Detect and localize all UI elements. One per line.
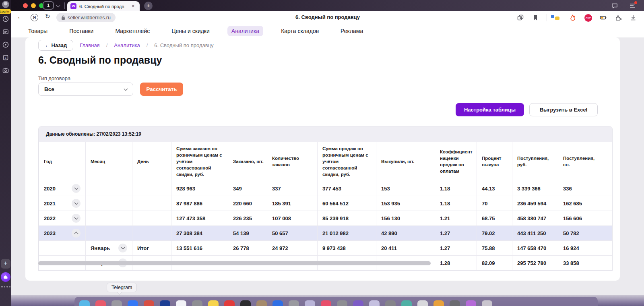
breadcrumb-current: 6. Сводный по продавцу	[154, 42, 213, 48]
downloads-icon[interactable]	[630, 14, 637, 21]
table-cell: 42 890	[376, 226, 435, 241]
chevron-down-icon[interactable]	[56, 4, 60, 8]
alice-assistant-button[interactable]	[1, 272, 10, 282]
browser-menu-icon[interactable]	[629, 2, 636, 9]
dock-app-icon[interactable]	[111, 300, 122, 306]
flame-extension-icon[interactable]	[570, 14, 577, 21]
chevron-up-icon	[74, 232, 78, 236]
breadcrumb-link-analytics[interactable]: Аналитика	[114, 42, 140, 48]
browser-tab[interactable]: W 6. Сводный по прода ✕	[67, 1, 140, 11]
adblock-extension-icon[interactable]: ABP	[584, 14, 592, 22]
table-cell	[86, 196, 132, 211]
dock-app-icon[interactable]	[289, 300, 299, 306]
tab-counter[interactable]: 1	[43, 1, 54, 10]
dock-app-icon[interactable]	[482, 300, 492, 306]
bookmark-icon[interactable]	[532, 14, 539, 21]
translator-extension-icon[interactable]	[555, 14, 562, 21]
extensions-icon[interactable]	[615, 14, 622, 21]
table-settings-button[interactable]: Настройка таблицы	[456, 103, 524, 116]
breadcrumb-link-home[interactable]: Главная	[80, 42, 99, 48]
column-header: Выкупили, шт.	[376, 142, 435, 181]
dock-app-icon[interactable]	[192, 300, 202, 306]
dock-app-icon[interactable]	[385, 300, 396, 306]
dock-app-icon[interactable]	[401, 300, 412, 306]
calculate-button[interactable]: Рассчитать	[140, 83, 183, 96]
dock-app-icon[interactable]	[256, 300, 267, 306]
nav-item[interactable]: Карта складов	[277, 26, 323, 36]
year-toggle-button[interactable]	[72, 214, 80, 223]
dock-app-icon[interactable]	[128, 300, 138, 306]
dock-app-icon[interactable]	[450, 300, 460, 306]
sidebar-dots	[1, 286, 11, 287]
sidebar-add-button[interactable]: +	[1, 259, 10, 269]
scrollbar-thumb[interactable]	[38, 261, 431, 265]
table-cell: 21 012 982	[318, 226, 376, 241]
browser-side-panel: Log in 1 +	[0, 0, 11, 306]
month-toggle-button[interactable]	[118, 244, 127, 252]
table-cell: 1.27	[435, 226, 477, 241]
table-cell: 27 308 384	[171, 226, 228, 241]
dock-app-icon[interactable]	[466, 300, 476, 306]
table-cell: 156 130	[376, 211, 435, 226]
profile-avatar[interactable]	[2, 1, 9, 8]
dock-app-icon[interactable]	[369, 300, 380, 306]
nav-item[interactable]: Маркетплейс	[111, 26, 154, 36]
spacer-header	[598, 142, 613, 181]
year-toggle-button[interactable]	[72, 184, 80, 193]
tab-close-icon[interactable]: ✕	[131, 4, 135, 9]
login-badge[interactable]: Log in	[0, 9, 11, 14]
dock-app-icon[interactable]	[160, 300, 170, 306]
dock-app-icon[interactable]	[240, 300, 251, 306]
year-toggle-button[interactable]	[72, 199, 80, 208]
table-cell: 13 551 616	[171, 241, 228, 256]
nav-item[interactable]: Цены и скидки	[167, 26, 214, 36]
page-background: ← Назад Главная / Аналитика / 6. Сводный…	[11, 37, 644, 306]
dock-app-icon[interactable]	[321, 300, 331, 306]
table-cell	[132, 226, 171, 241]
wildberries-favicon: W	[70, 3, 76, 9]
macos-dock[interactable]	[74, 297, 598, 306]
year-toggle-button[interactable]	[72, 229, 80, 238]
back-nav-button[interactable]: ← Назад	[38, 40, 73, 51]
dock-app-icon[interactable]	[208, 300, 219, 306]
nav-item[interactable]: Поставки	[65, 26, 97, 36]
tabs-panel-icon[interactable]: 1	[2, 54, 9, 61]
share-tab-icon[interactable]	[517, 14, 524, 21]
horizontal-scrollbar[interactable]	[38, 261, 613, 265]
table-cell: 1.21	[435, 211, 477, 226]
nav-item[interactable]: Реклама	[336, 26, 367, 36]
window-controls[interactable]	[23, 3, 44, 8]
dock-app-icon[interactable]	[272, 300, 283, 306]
dock-app-icon[interactable]	[305, 300, 315, 306]
export-excel-button[interactable]: Выгрузить в Excel	[529, 103, 598, 116]
dock-app-icon[interactable]	[433, 300, 444, 306]
table-cell: 458 380 747	[512, 211, 558, 226]
page-title: 6. Сводный по продавцу	[38, 54, 162, 66]
history-icon[interactable]	[2, 15, 9, 23]
nav-item[interactable]: Товары	[24, 26, 52, 36]
nav-item[interactable]: Аналитика	[227, 26, 263, 36]
dock-app-icon[interactable]	[337, 300, 347, 306]
table-cell: 1.18	[435, 181, 477, 196]
table-row: ЯнварьИтог13 551 61626 77824 9729 973 43…	[39, 241, 613, 256]
table-cell: 377 453	[318, 181, 376, 196]
table-row: 202327 308 38454 13950 65721 012 98242 8…	[39, 226, 613, 241]
table-cell: 75.88	[477, 241, 512, 256]
dock-app-icon[interactable]	[353, 300, 363, 306]
breadcrumb-separator: /	[106, 42, 108, 48]
new-tab-button[interactable]: +	[144, 2, 153, 10]
battery-extension-icon[interactable]	[600, 14, 607, 21]
table-cell	[86, 181, 132, 196]
chat-icon[interactable]	[611, 2, 618, 9]
dock-app-icon[interactable]	[79, 300, 90, 306]
dock-app-icon[interactable]	[176, 300, 186, 306]
contract-type-select[interactable]: Все	[38, 83, 133, 96]
dock-app-icon[interactable]	[144, 300, 154, 306]
dock-app-icon[interactable]	[95, 300, 106, 306]
dock-app-icon[interactable]	[224, 300, 235, 306]
dock-app-icon[interactable]	[417, 300, 428, 306]
spacer-cell	[598, 211, 613, 226]
video-icon[interactable]	[2, 41, 9, 48]
feed-icon[interactable]	[2, 28, 9, 35]
screenshot-icon[interactable]	[2, 67, 9, 74]
